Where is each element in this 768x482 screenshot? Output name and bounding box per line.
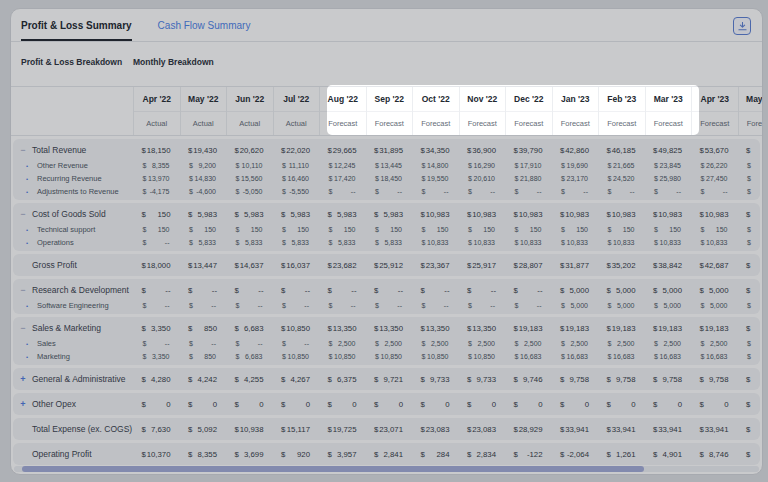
download-button[interactable] [733, 17, 751, 35]
value-cell: $13,970 [135, 175, 182, 182]
currency-symbol: $ [329, 175, 333, 182]
currency-symbol: $ [560, 425, 564, 434]
column-header-mar-23: Mar '23Forecast [645, 87, 692, 135]
value-cell: $10,983 [693, 210, 740, 219]
collapse-toggle-icon[interactable]: − [18, 210, 28, 219]
currency-symbol: $ [188, 324, 192, 333]
cell-value: 19,690 [567, 162, 588, 169]
value-cell: $19,550 [414, 175, 461, 182]
currency-symbol: $ [421, 400, 425, 409]
value-cell: $-- [554, 188, 601, 195]
value-cell: $23,071 [368, 425, 415, 434]
currency-symbol: $ [746, 450, 750, 459]
cell-value: 3,350 [151, 324, 171, 333]
currency-symbol: $ [515, 340, 519, 347]
table-section-sales-marketing: −Sales & Marketing$3,350$850$6,683$10,85… [13, 317, 760, 365]
currency-symbol: $ [467, 324, 471, 333]
value-cell: $-- [507, 286, 554, 295]
row-values: $8,355$9,200$10,110$11,110$12,245$13,445… [135, 162, 763, 169]
value-cell: $-- [600, 188, 647, 195]
value-cell: $5,833 [228, 239, 275, 246]
cell-value: -- [444, 302, 449, 309]
table-row: −Research & Development$--$--$--$--$--$-… [13, 281, 760, 299]
currency-symbol: $ [700, 286, 704, 295]
currency-symbol: $ [608, 162, 612, 169]
collapse-toggle-icon[interactable]: − [18, 286, 28, 295]
cell-value: 10,983 [658, 210, 682, 219]
currency-symbol: $ [746, 324, 750, 333]
cell-value: 16,037 [286, 261, 310, 270]
horizontal-scrollbar[interactable] [14, 466, 759, 472]
currency-symbol: $ [374, 146, 378, 155]
value-cell: $-- [414, 286, 461, 295]
currency-symbol: $ [608, 239, 612, 246]
tab-profit-loss-summary[interactable]: Profit & Loss Summary [21, 9, 132, 41]
cell-value: 4,901 [662, 450, 682, 459]
currency-symbol: $ [282, 162, 286, 169]
cell-value: 35,202 [612, 261, 636, 270]
currency-symbol: $ [422, 353, 426, 360]
value-cell: $14,637 [228, 261, 275, 270]
column-month-label: May '23 [739, 87, 764, 112]
value-cell: $0 [693, 400, 740, 409]
monthly-breakdown-title: Monthly Breakdown [133, 57, 214, 67]
cell-value: 3,699 [244, 450, 264, 459]
row-label: Recurring Revenue [37, 174, 102, 183]
value-cell: $3,957 [321, 450, 368, 459]
row-values: $3,350$850$6,683$10,850$13,350$13,350$13… [135, 324, 763, 333]
value-cell: $39,790 [507, 146, 554, 155]
currency-symbol: $ [561, 162, 565, 169]
collapse-toggle-icon[interactable]: − [18, 324, 28, 333]
cell-value: 23,845 [660, 162, 681, 169]
bullet-icon: • [26, 189, 32, 195]
cell-value: 0 [678, 400, 682, 409]
currency-symbol: $ [189, 175, 193, 182]
scrollbar-thumb[interactable] [22, 466, 644, 472]
value-cell: $13,350 [461, 324, 508, 333]
collapse-toggle-icon[interactable]: − [18, 146, 28, 155]
cell-value: 0 [213, 400, 217, 409]
cell-value: 10,833 [706, 239, 727, 246]
value-cell: $-- [135, 340, 182, 347]
value-cell: $150 [414, 226, 461, 233]
currency-symbol: $ [607, 450, 611, 459]
tab-cash-flow-summary[interactable]: Cash Flow Summary [158, 9, 251, 41]
value-cell: $5,000 [693, 286, 740, 295]
value-cell: $5,833 [321, 239, 368, 246]
cell-value: 13,447 [193, 261, 217, 270]
value-cell: $4,901 [647, 450, 694, 459]
cell-value: 13,350 [472, 324, 496, 333]
cell-value: 28,929 [519, 425, 543, 434]
cell-value: 31,877 [565, 261, 589, 270]
row-values: $4,280$4,242$4,255$4,267$6,375$9,721$9,7… [135, 375, 763, 384]
table-section-research-development: −Research & Development$--$--$--$--$--$-… [13, 279, 760, 314]
value-cell: $28,929 [507, 425, 554, 434]
column-period-label: Actual [227, 112, 273, 135]
value-cell: $19,183 [647, 324, 694, 333]
currency-symbol: $ [654, 188, 658, 195]
currency-symbol: $ [608, 340, 612, 347]
cell-value: 5,983 [383, 210, 403, 219]
value-cell: $-- [135, 239, 182, 246]
currency-symbol: $ [468, 226, 472, 233]
value-cell: $-- [228, 340, 275, 347]
cell-value: 19,183 [565, 324, 589, 333]
value-cell: $2,834 [461, 450, 508, 459]
currency-symbol: $ [561, 302, 565, 309]
value-cell: $10,983 [600, 210, 647, 219]
cell-value: 19,183 [705, 324, 729, 333]
currency-symbol: $ [700, 210, 704, 219]
value-cell: $3,350 [135, 324, 182, 333]
cell-value: 9,200 [198, 162, 216, 169]
currency-symbol: $ [654, 175, 658, 182]
currency-symbol: $ [282, 175, 286, 182]
currency-symbol: $ [514, 425, 518, 434]
currency-symbol: $ [700, 425, 704, 434]
currency-symbol: $ [143, 302, 147, 309]
value-cell: $2,500 [507, 340, 554, 347]
bullet-icon: • [26, 341, 32, 347]
expand-toggle-icon[interactable]: + [18, 400, 28, 409]
value-cell: $5,833 [182, 239, 229, 246]
expand-toggle-icon[interactable]: + [18, 375, 28, 384]
currency-symbol: $ [329, 340, 333, 347]
